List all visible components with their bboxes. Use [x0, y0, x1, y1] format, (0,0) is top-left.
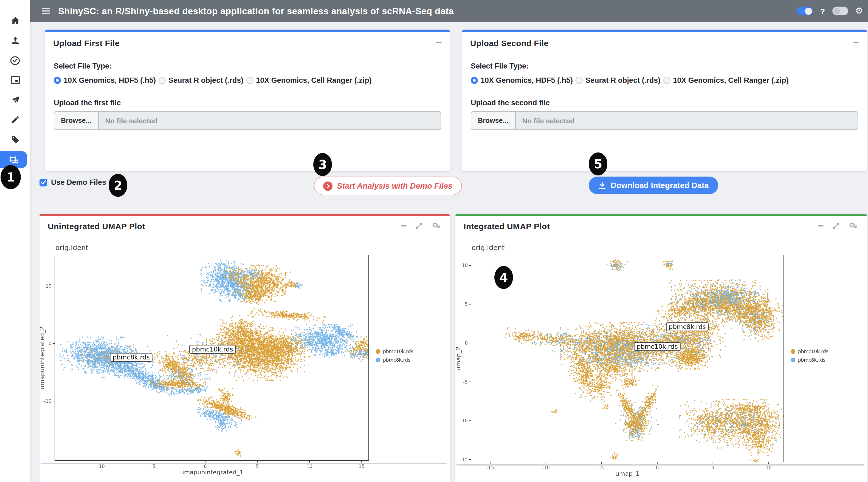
upload-first-header: Upload First File	[45, 32, 450, 54]
upload-first-title: Upload First File	[53, 38, 120, 47]
sidebar-item-edit[interactable]	[0, 111, 30, 128]
minus-icon[interactable]	[818, 225, 824, 227]
upload-file-label: Upload the first file	[54, 99, 441, 107]
gear-icon[interactable]: ⚙	[855, 7, 863, 15]
file-type-radio-group: 10X Genomics, HDF5 (.h5) Seurat R object…	[54, 76, 441, 85]
radio-unselected-icon	[663, 77, 670, 84]
unintegrated-plot-header: Unintegrated UMAP Plot ⚙⚙	[39, 216, 450, 236]
browse-button[interactable]: Browse...	[471, 112, 516, 129]
radio-seurat-rds[interactable]: Seurat R object (.rds)	[159, 76, 243, 85]
unintegrated-umap-canvas	[39, 236, 450, 482]
upload-file-label: Upload the second file	[471, 99, 858, 107]
header-toggle-off[interactable]	[832, 7, 848, 15]
radio-selected-icon	[54, 77, 61, 84]
integrated-umap-canvas	[456, 236, 867, 482]
app-title: ShinySC: an R/Shiny-based desktop applic…	[58, 6, 454, 16]
annotation-badge-1: 1	[1, 165, 21, 189]
card-accent-red	[39, 214, 450, 216]
minus-icon[interactable]	[436, 42, 442, 43]
use-demo-files-checkbox[interactable]: Use Demo Files	[39, 178, 106, 187]
unintegrated-plot-title: Unintegrated UMAP Plot	[48, 221, 145, 231]
file-type-radio-group: 10X Genomics, HDF5 (.h5) Seurat R object…	[471, 76, 858, 85]
file-placeholder: No file selected	[516, 112, 581, 129]
minus-icon[interactable]	[401, 225, 407, 227]
sidebar-item-image[interactable]	[0, 72, 30, 88]
sidebar-divider	[0, 9, 30, 9]
download-icon	[598, 181, 606, 189]
upload-second-title: Upload Second File	[470, 38, 549, 47]
card-accent-blue	[45, 30, 450, 32]
sidebar	[0, 0, 30, 482]
radio-unselected-icon	[159, 77, 166, 84]
upload-first-card: Upload First File Select File Type: 10X …	[45, 30, 450, 171]
radio-seurat-rds[interactable]: Seurat R object (.rds)	[576, 76, 660, 85]
sidebar-item-tag[interactable]	[0, 131, 30, 148]
upload-second-header: Upload Second File	[462, 32, 867, 54]
upload-second-body: Select File Type: 10X Genomics, HDF5 (.h…	[462, 54, 867, 138]
minus-icon[interactable]	[853, 42, 859, 43]
check-circle-icon	[10, 56, 20, 65]
gears-icon[interactable]: ⚙⚙	[849, 222, 859, 230]
pencil-icon	[10, 115, 20, 124]
select-file-type-label: Select File Type:	[471, 62, 858, 70]
image-icon	[10, 76, 20, 85]
radio-selected-icon	[471, 77, 478, 84]
sidebar-item-check[interactable]	[0, 52, 30, 68]
file-input-first: Browse... No file selected	[54, 111, 441, 130]
radio-unselected-icon	[576, 77, 583, 84]
file-placeholder: No file selected	[98, 112, 164, 129]
expand-icon[interactable]	[415, 222, 423, 230]
annotation-badge-5: 5	[589, 153, 608, 175]
radio-cell-ranger-zip[interactable]: 10X Genomics, Cell Ranger (.zip)	[246, 76, 372, 85]
upload-second-card: Upload Second File Select File Type: 10X…	[462, 30, 867, 171]
upload-icon	[10, 36, 20, 45]
gears-icon[interactable]: ⚙⚙	[432, 222, 442, 230]
checkbox-checked-icon	[39, 179, 47, 186]
sidebar-item-upload[interactable]	[0, 32, 30, 49]
help-icon[interactable]: ?	[820, 6, 825, 15]
send-icon	[10, 95, 20, 105]
header-controls: ? ⚙	[797, 6, 863, 15]
radio-10x-hdf5[interactable]: 10X Genomics, HDF5 (.h5)	[471, 76, 573, 85]
chevron-right-icon	[323, 181, 333, 191]
download-integrated-data-button[interactable]: Download Integrated Data	[589, 176, 718, 194]
sidebar-item-send[interactable]	[0, 92, 30, 108]
unintegrated-plot-card: Unintegrated UMAP Plot ⚙⚙	[39, 214, 450, 482]
radio-10x-hdf5[interactable]: 10X Genomics, HDF5 (.h5)	[54, 76, 156, 85]
download-integrated-data-label: Download Integrated Data	[611, 181, 709, 190]
annotation-badge-4: 4	[494, 266, 513, 289]
integrated-plot-header: Integrated UMAP Plot ⚙⚙	[456, 216, 867, 236]
radio-cell-ranger-zip[interactable]: 10X Genomics, Cell Ranger (.zip)	[663, 76, 789, 85]
start-analysis-label: Start Analysis with Demo Files	[337, 182, 453, 190]
header-toggle-on[interactable]	[797, 7, 813, 15]
home-icon	[10, 16, 20, 26]
app-root: ShinySC: an R/Shiny-based desktop applic…	[0, 0, 868, 482]
hamburger-icon[interactable]	[42, 8, 50, 14]
sidebar-item-home[interactable]	[0, 12, 30, 29]
header-bar: ShinySC: an R/Shiny-based desktop applic…	[30, 0, 868, 22]
radio-unselected-icon	[246, 77, 253, 84]
file-input-second: Browse... No file selected	[471, 111, 858, 130]
select-file-type-label: Select File Type:	[54, 62, 441, 70]
annotation-badge-3: 3	[313, 153, 332, 176]
use-demo-files-label: Use Demo Files	[51, 178, 106, 187]
integrated-plot-title: Integrated UMAP Plot	[464, 221, 550, 231]
expand-icon[interactable]	[832, 222, 840, 230]
card-accent-blue	[462, 30, 867, 32]
start-analysis-button[interactable]: Start Analysis with Demo Files	[314, 176, 462, 195]
tag-icon	[10, 135, 20, 144]
vector-square-icon	[8, 155, 19, 164]
integrated-plot-card: Integrated UMAP Plot ⚙⚙	[456, 214, 867, 482]
annotation-badge-2: 2	[108, 174, 127, 197]
card-accent-green	[456, 214, 867, 216]
browse-button[interactable]: Browse...	[54, 112, 98, 129]
upload-first-body: Select File Type: 10X Genomics, HDF5 (.h…	[45, 54, 450, 138]
